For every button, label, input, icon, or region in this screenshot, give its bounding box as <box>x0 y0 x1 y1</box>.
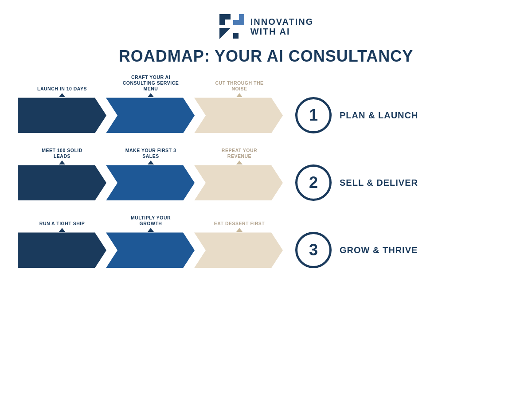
svg-marker-2 <box>219 28 231 39</box>
logo: INNOVATING WITH AI <box>219 13 314 40</box>
arrow-1-2 <box>106 98 195 133</box>
phase-circle-1: 1 <box>295 97 332 133</box>
svg-rect-5 <box>233 14 239 20</box>
caret-1-2 <box>148 93 154 97</box>
step-label-3-2: MULTIPLY YOUR GROWTH <box>122 210 180 227</box>
phase-circle-3: 3 <box>295 232 332 268</box>
arrow-3-1 <box>18 232 106 268</box>
caret-1-3 <box>236 93 243 97</box>
caret-1-1 <box>59 93 65 97</box>
step-label-1-3: CUT THROUGH THE NOISE <box>211 75 268 92</box>
step-label-2-3: REPEAT YOUR REVENUE <box>211 142 268 159</box>
step-label-2-1: MEET 100 SOLID LEADS <box>33 142 91 159</box>
logo-line1: INNOVATING <box>250 17 314 27</box>
phase-section-3: 3GROW & THRIVE <box>295 232 418 268</box>
step-label-3-3: EAT DESSERT FIRST <box>214 210 265 227</box>
step-label-1-2: CRAFT YOUR AI CONSULTING SERVICE MENU <box>122 74 180 92</box>
phase-number-1: 1 <box>309 106 318 125</box>
step-label-group-3-3: EAT DESSERT FIRST <box>195 210 284 232</box>
phase-section-1: 1PLAN & LAUNCH <box>295 97 418 133</box>
step-label-1-1: LAUNCH IN 10 DAYS <box>37 75 87 92</box>
logo-icon <box>219 13 245 40</box>
arrow-1-3 <box>194 98 283 133</box>
roadmap-row-2: MEET 100 SOLID LEADSMAKE YOUR FIRST 3 SA… <box>18 142 514 201</box>
logo-text: INNOVATING WITH AI <box>250 17 314 36</box>
step-label-group-1-3: CUT THROUGH THE NOISE <box>195 75 284 97</box>
caret-3-1 <box>59 228 65 232</box>
header: INNOVATING WITH AI ROADMAP: YOUR AI CONS… <box>119 13 414 70</box>
arrow-2-1 <box>18 165 106 200</box>
step-label-group-1-2: CRAFT YOUR AI CONSULTING SERVICE MENU <box>106 74 195 97</box>
phase-number-3: 3 <box>309 241 318 259</box>
caret-3-2 <box>148 228 154 232</box>
caret-2-1 <box>59 160 65 164</box>
logo-line2: WITH AI <box>250 27 314 36</box>
arrow-2-3 <box>194 165 283 200</box>
step-label-3-1: RUN A TIGHT SHIP <box>39 210 85 227</box>
caret-2-2 <box>148 160 154 164</box>
step-label-group-2-3: REPEAT YOUR REVENUE <box>195 142 284 164</box>
arrow-3-3 <box>194 232 283 268</box>
roadmap-row-1: LAUNCH IN 10 DAYSCRAFT YOUR AI CONSULTIN… <box>18 74 514 133</box>
svg-rect-4 <box>225 20 231 25</box>
phase-circle-2: 2 <box>295 164 332 201</box>
step-label-2-2: MAKE YOUR FIRST 3 SALES <box>122 142 180 159</box>
arrow-3-2 <box>106 232 195 268</box>
phase-label-3: GROW & THRIVE <box>340 245 418 255</box>
roadmap-container: LAUNCH IN 10 DAYSCRAFT YOUR AI CONSULTIN… <box>0 74 532 272</box>
arrow-2-2 <box>106 165 195 200</box>
phase-label-2: SELL & DELIVER <box>340 178 418 188</box>
phase-section-2: 2SELL & DELIVER <box>295 164 418 201</box>
step-label-group-2-2: MAKE YOUR FIRST 3 SALES <box>106 142 195 164</box>
step-label-group-3-2: MULTIPLY YOUR GROWTH <box>106 210 195 232</box>
main-title: ROADMAP: YOUR AI CONSULTANCY <box>119 47 414 66</box>
caret-3-3 <box>236 228 243 232</box>
svg-rect-3 <box>233 33 239 39</box>
step-label-group-2-1: MEET 100 SOLID LEADS <box>18 142 106 164</box>
roadmap-row-3: RUN A TIGHT SHIPMULTIPLY YOUR GROWTHEAT … <box>18 210 514 268</box>
step-label-group-1-1: LAUNCH IN 10 DAYS <box>18 75 106 97</box>
arrow-1-1 <box>18 98 106 133</box>
step-label-group-3-1: RUN A TIGHT SHIP <box>18 210 106 232</box>
phase-number-2: 2 <box>309 173 318 192</box>
phase-label-1: PLAN & LAUNCH <box>340 110 418 121</box>
caret-2-3 <box>236 160 243 164</box>
